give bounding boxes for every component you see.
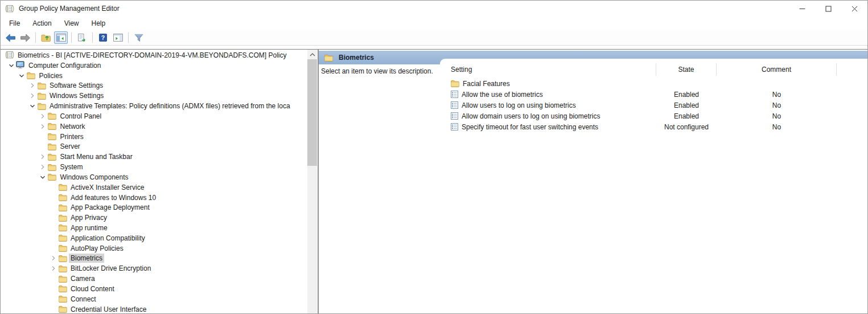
setting-cell: Specify timeout for fast user switching … (440, 123, 656, 131)
toolbar-separator (35, 32, 36, 43)
menu-file[interactable]: File (3, 18, 26, 29)
tree-item[interactable]: Windows Components (1, 172, 307, 182)
tree-scrollbar-track[interactable] (307, 50, 317, 313)
chevron-down-icon[interactable] (6, 61, 16, 70)
settings-row[interactable]: Facial Features (440, 78, 867, 89)
up-one-level-button[interactable] (39, 31, 53, 44)
tree-item[interactable]: Start Menu and Taskbar (1, 152, 307, 162)
chevron-down-icon[interactable] (17, 71, 27, 80)
tree-item[interactable]: Software Settings (1, 80, 307, 91)
console-tree: Biometrics - BI [ACTIVE-DIRECTORY-DOMAIN… (1, 50, 307, 313)
menu-view[interactable]: View (58, 18, 85, 29)
chevron-down-icon[interactable] (38, 173, 48, 182)
menu-action[interactable]: Action (26, 18, 57, 29)
folder-icon (58, 203, 67, 212)
scroll-up-button[interactable] (307, 50, 317, 59)
forward-button[interactable] (18, 31, 32, 44)
chevron-right-icon[interactable] (38, 162, 48, 172)
column-header-comment[interactable]: Comment (717, 63, 837, 76)
tree-item-label: Application Compatibility (69, 234, 147, 243)
folder-icon (37, 81, 46, 90)
column-header-setting[interactable]: Setting (440, 63, 656, 76)
setting-cell: Allow the use of biometrics (440, 91, 656, 99)
export-list-button[interactable] (75, 31, 89, 44)
tree-item[interactable]: Biometrics (1, 254, 307, 264)
show-action-pane-icon (113, 34, 123, 42)
tree-item[interactable]: Credential User Interface (1, 304, 307, 313)
tree-item[interactable]: Connect (1, 294, 307, 304)
chevron-right-icon[interactable] (27, 81, 37, 90)
tree-item-label: Printers (59, 132, 85, 141)
tree-item[interactable]: Policies (1, 71, 307, 81)
setting-icon (451, 123, 458, 131)
expander-placeholder (48, 193, 58, 202)
setting-cell: Allow users to log on using biometrics (440, 101, 656, 109)
close-icon (851, 6, 858, 12)
tree-item-label: App Privacy (69, 213, 109, 222)
folder-icon (48, 112, 57, 120)
settings-row[interactable]: Specify timeout for fast user switching … (440, 121, 867, 132)
tree-item-label: ActiveX Installer Service (69, 183, 146, 192)
settings-row[interactable]: Allow domain users to log on using biome… (440, 111, 867, 121)
tree-item-label: Connect (69, 295, 98, 304)
description-hint: Select an item to view its description. (321, 67, 433, 75)
maximize-button[interactable] (815, 1, 841, 17)
tree-item[interactable]: Biometrics - BI [ACTIVE-DIRECTORY-DOMAIN… (1, 50, 307, 60)
gpme-window: Group Policy Management Editor FileActio… (0, 0, 868, 314)
expander-placeholder (48, 274, 58, 283)
export-list-icon (77, 34, 87, 42)
expander-placeholder (48, 223, 58, 233)
tree-item[interactable]: Computer Configuration (1, 60, 307, 71)
tree-item[interactable]: Network (1, 121, 307, 132)
show-action-pane-button[interactable] (111, 31, 125, 44)
tree-item-label: BitLocker Drive Encryption (69, 264, 153, 273)
menu-help[interactable]: Help (85, 18, 112, 29)
folder-icon (48, 163, 57, 172)
settings-row[interactable]: Allow the use of biometricsEnabledNo (440, 89, 867, 100)
tree-item[interactable]: BitLocker Drive Encryption (1, 263, 307, 274)
tree-item[interactable]: Printers (1, 132, 307, 142)
settings-row[interactable]: Allow users to log on using biometricsEn… (440, 100, 867, 111)
column-header-state[interactable]: State (656, 63, 717, 76)
tree-item[interactable]: App runtime (1, 223, 307, 233)
tree-item-label: Windows Components (59, 173, 130, 182)
chevron-right-icon[interactable] (27, 91, 37, 100)
expander-placeholder (38, 132, 48, 141)
close-button[interactable] (841, 1, 867, 17)
folder-icon (48, 132, 57, 141)
tree-scrollbar-thumb[interactable] (307, 59, 317, 166)
chevron-right-icon[interactable] (48, 264, 58, 273)
tree-item-label: Administrative Templates: Policy definit… (48, 101, 292, 111)
back-button[interactable] (3, 31, 17, 44)
tree-item[interactable]: App Package Deployment (1, 202, 307, 213)
chevron-right-icon[interactable] (48, 254, 58, 263)
tree-item[interactable]: App Privacy (1, 213, 307, 223)
menu-bar: FileActionViewHelp (1, 17, 867, 30)
show-console-tree-button[interactable] (54, 31, 68, 44)
tree-item[interactable]: Cloud Content (1, 284, 307, 294)
folder-icon (58, 284, 67, 293)
tree-item[interactable]: ActiveX Installer Service (1, 182, 307, 193)
chevron-right-icon[interactable] (38, 152, 48, 161)
comment-cell: No (717, 112, 837, 120)
setting-name: Facial Features (463, 80, 510, 88)
tree-item[interactable]: Windows Settings (1, 91, 307, 101)
tree-item[interactable]: Administrative Templates: Policy definit… (1, 101, 307, 111)
console-tree-pane: Biometrics - BI [ACTIVE-DIRECTORY-DOMAIN… (1, 50, 317, 313)
state-cell: Not configured (656, 123, 717, 131)
state-cell: Enabled (656, 91, 717, 99)
tree-item[interactable]: Application Compatibility (1, 233, 307, 243)
tree-item[interactable]: Control Panel (1, 111, 307, 121)
tree-item[interactable]: Server (1, 141, 307, 152)
chevron-right-icon[interactable] (38, 112, 48, 121)
tree-item[interactable]: Add features to Windows 10 (1, 193, 307, 203)
folder-icon (58, 264, 67, 273)
filter-button[interactable] (132, 31, 146, 44)
chevron-down-icon[interactable] (27, 101, 37, 111)
tree-item[interactable]: AutoPlay Policies (1, 243, 307, 254)
tree-item[interactable]: Camera (1, 274, 307, 284)
help-button[interactable]: ? (96, 31, 110, 44)
minimize-button[interactable] (789, 1, 815, 17)
tree-item[interactable]: System (1, 162, 307, 172)
chevron-right-icon[interactable] (38, 122, 48, 131)
